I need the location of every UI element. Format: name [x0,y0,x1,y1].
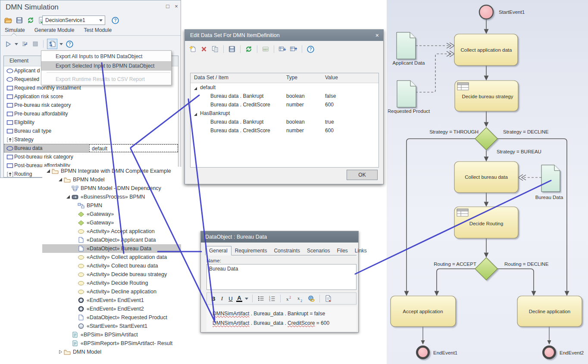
element-row[interactable]: Pre-bureau risk category [4,101,178,109]
name-field[interactable]: Bureau Data [206,264,357,290]
tab-scenarios[interactable]: Scenarios [303,246,333,255]
expanded-icon[interactable] [194,112,197,118]
close-icon[interactable]: × [375,30,379,41]
element-row[interactable]: Application risk score [4,92,178,101]
chevron-down-icon[interactable] [15,43,18,45]
requested-product-node[interactable]: Requested Product [388,81,430,114]
tree-item[interactable]: «BPSimReport» BPSimArtifact- Result [42,339,181,348]
tree-item[interactable]: «BusinessProcess» BPMN [42,193,181,201]
element-row[interactable]: Eligibility [4,118,178,127]
run-icon[interactable] [4,40,13,48]
chevron-down-icon[interactable] [245,298,248,300]
ok-button[interactable]: OK [347,170,378,180]
tree-item[interactable]: BPMN Model - DMN Dependency [42,184,181,193]
decide-bureau-strategy-node[interactable]: Decide bureau strategy [455,81,518,111]
document-icon[interactable] [324,294,332,303]
define-icon[interactable]: DEF [261,45,270,53]
export-dataset-icon[interactable] [289,45,298,53]
tab-links[interactable]: Links [351,246,370,255]
tab-files[interactable]: Files [333,246,351,255]
bold-button[interactable]: B [210,296,216,302]
delete-icon[interactable] [200,45,208,53]
tab-test-module[interactable]: Test Module [84,27,112,35]
collect-bureau-node[interactable]: Collect bureau data [454,162,518,193]
tab-generate-module[interactable]: Generate Module [34,27,75,35]
underline-button[interactable]: U [228,296,234,302]
dataset-row[interactable]: HasBankrupt [191,109,378,118]
tree-item[interactable]: «Gateway» [42,210,181,218]
tree-item[interactable]: «Activity» Decide Routing [42,279,181,287]
italic-button[interactable]: I [219,295,225,302]
dataset-row[interactable]: Bureau data . CreditScorenumber600 [191,100,378,109]
element-row[interactable]: Bureau datadefault [4,144,178,152]
stop-icon[interactable] [31,40,40,48]
dataset-row[interactable]: Bureau data . CreditScorenumber600 [191,126,378,135]
menu-item[interactable]: Export Selected Input to BPMN DataObject [41,61,171,71]
import-dataset-icon[interactable] [278,45,287,53]
new-icon[interactable] [188,45,197,53]
element-dataset-cell[interactable]: default [89,144,178,152]
tree-item[interactable]: «Gateway» [42,218,181,227]
dataset-row[interactable]: Bureau data . Bankruptbooleantrue [191,118,378,126]
expanded-icon[interactable] [194,86,197,92]
tree-item[interactable]: «StartEvent» StartEvent1 [42,322,181,330]
col-dataset-item[interactable]: Data Set / Item [194,75,228,81]
dataset-row[interactable]: Bureau data . Bankruptbooleanfalse [191,92,378,100]
end-event1-node[interactable]: EndEvent1 [417,347,458,358]
refresh-icon[interactable] [26,16,35,25]
expanded-icon[interactable] [65,195,72,199]
expanded-icon[interactable] [45,169,52,173]
element-row[interactable]: Bureau call type [4,127,178,135]
notes-field[interactable]: DMNSimArtifact . Bureau_data . Bankrupt … [206,306,357,331]
tree-item[interactable]: «EndEvent» EndEvent2 [42,305,181,313]
tree-item[interactable]: «Activity» Collect bureau data [42,261,181,270]
accept-application-node[interactable]: Accept application [391,296,456,327]
tab-constraints[interactable]: Constraints [270,246,303,255]
chevron-down-icon[interactable] [59,43,63,45]
tree-item[interactable]: «Activity» Collect application data [42,253,181,261]
start-event-node[interactable]: StartEvent1 [479,5,525,19]
restore-button[interactable]: □ [164,3,171,9]
tree-item[interactable]: BPMN [42,201,181,210]
save-icon[interactable] [15,16,24,25]
superscript-icon[interactable]: x2 [285,294,293,303]
tree-item[interactable]: «BPSim» BPSimArtifact [42,330,181,339]
copy-icon[interactable] [211,45,219,53]
step-icon[interactable] [20,40,29,48]
refresh-icon[interactable] [244,45,253,53]
element-row[interactable]: Post-bureau risk category [4,152,178,161]
font-color-button[interactable]: A [236,296,242,302]
export-dataobject-button[interactable] [47,39,57,49]
numbered-list-icon[interactable]: 123 [268,294,276,303]
bullet-list-icon[interactable] [256,294,265,303]
tree-item[interactable]: BPMN Model [42,175,181,184]
tree-item[interactable]: «DataObject» Requested Product [42,313,181,322]
col-type[interactable]: Type [286,75,297,81]
dataset-row[interactable]: default [191,83,378,92]
tree-item[interactable]: «Activity» Accept application [42,227,181,236]
menu-item[interactable]: Export All Inputs to BPMN DataObject [41,52,171,61]
open-folder-icon[interactable] [4,16,13,25]
tree-item[interactable]: DMN Model [42,348,181,356]
decide-routing-node[interactable]: Decide Routing [454,207,518,238]
routing-gateway-node[interactable] [475,258,497,280]
tree-item[interactable]: «Activity» Decline application [42,287,181,296]
tree-item[interactable]: BPMN Integrate with DMN Complete Example [42,167,181,175]
collapsed-icon[interactable] [57,350,64,354]
decline-application-node[interactable]: Decline application [517,296,582,327]
help-icon[interactable]: ? [65,40,74,48]
tab-requirements[interactable]: Requirements [231,246,271,255]
decision-service-select[interactable]: DecisionService1 [42,16,105,25]
save-icon[interactable] [228,45,236,53]
tree-item[interactable]: «DataObject» Applicant Data [42,236,181,244]
tree-item[interactable]: «DataObject» Bureau Data [42,244,181,253]
col-value[interactable]: Value [325,75,338,81]
element-row[interactable]: Pre-bureau affordability [4,109,178,118]
element-row[interactable]: Strategy [4,135,178,144]
tree-item[interactable]: «Activity» Decide bureau strategy [42,270,181,279]
end-event2-node[interactable]: EndEvent2 [544,347,584,358]
help-icon[interactable]: ? [111,16,119,25]
collect-application-node[interactable]: Collect application data [454,34,518,65]
expanded-icon[interactable] [57,177,64,182]
hyperlink-icon[interactable] [307,294,316,303]
